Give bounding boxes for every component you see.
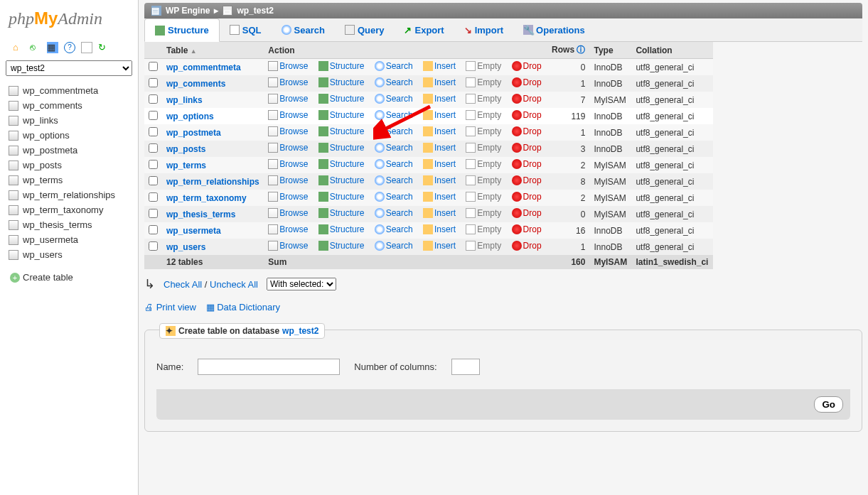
row-checkbox[interactable] [149, 176, 158, 185]
drop-link[interactable]: Drop [512, 159, 542, 169]
structure-link[interactable]: Structure [318, 159, 365, 169]
search-link[interactable]: Search [375, 126, 413, 136]
sidebar-table-item[interactable]: wp_posts [6, 158, 132, 173]
tab-operations[interactable]: 🔧Operations [513, 18, 595, 41]
row-checkbox[interactable] [149, 209, 158, 218]
tab-sql[interactable]: SQL [220, 18, 272, 41]
columns-input[interactable] [451, 359, 480, 375]
browse-link[interactable]: Browse [268, 126, 308, 136]
browse-link[interactable]: Browse [268, 224, 308, 234]
home-icon[interactable]: ⌂ [13, 42, 24, 53]
sidebar-table-item[interactable]: wp_term_taxonomy [6, 202, 132, 217]
search-link[interactable]: Search [375, 159, 413, 169]
structure-link[interactable]: Structure [318, 175, 365, 185]
drop-link[interactable]: Drop [512, 208, 542, 218]
browse-link[interactable]: Browse [268, 241, 308, 251]
search-link[interactable]: Search [375, 143, 413, 153]
table-name-link[interactable]: wp_comments [166, 79, 225, 89]
col-rows[interactable]: Rows ⓘ [547, 42, 590, 59]
breadcrumb-db[interactable]: wp_test2 [237, 6, 273, 16]
table-name-link[interactable]: wp_term_relationships [166, 177, 259, 187]
empty-link[interactable]: Empty [466, 126, 501, 136]
row-checkbox[interactable] [149, 192, 158, 202]
insert-link[interactable]: Insert [423, 159, 456, 169]
row-checkbox[interactable] [149, 241, 158, 251]
table-name-link[interactable]: wp_thesis_terms [166, 210, 235, 219]
table-name-link[interactable]: wp_terms [166, 161, 206, 170]
refresh-icon[interactable]: ↻ [98, 42, 109, 53]
empty-link[interactable]: Empty [466, 143, 501, 153]
drop-link[interactable]: Drop [512, 126, 542, 136]
browse-link[interactable]: Browse [268, 208, 308, 218]
empty-link[interactable]: Empty [466, 175, 501, 185]
col-collation[interactable]: Collation [631, 42, 713, 59]
drop-link[interactable]: Drop [512, 192, 542, 202]
structure-link[interactable]: Structure [318, 208, 365, 218]
drop-link[interactable]: Drop [512, 110, 542, 120]
table-name-link[interactable]: wp_posts [166, 144, 205, 154]
structure-link[interactable]: Structure [318, 192, 365, 202]
go-button[interactable]: Go [814, 396, 843, 413]
search-link[interactable]: Search [375, 61, 413, 71]
table-name-link[interactable]: wp_users [166, 242, 205, 252]
print-view-link[interactable]: 🖨 Print view [144, 302, 196, 312]
sidebar-table-item[interactable]: wp_thesis_terms [6, 217, 132, 232]
insert-link[interactable]: Insert [423, 61, 456, 71]
empty-link[interactable]: Empty [466, 77, 501, 87]
drop-link[interactable]: Drop [512, 241, 542, 251]
empty-link[interactable]: Empty [466, 110, 501, 120]
row-checkbox[interactable] [149, 111, 158, 120]
drop-link[interactable]: Drop [512, 77, 542, 87]
row-checkbox[interactable] [149, 62, 158, 71]
tab-query[interactable]: Query [335, 18, 395, 41]
structure-link[interactable]: Structure [318, 241, 365, 251]
structure-link[interactable]: Structure [318, 110, 365, 120]
insert-link[interactable]: Insert [423, 224, 456, 234]
insert-link[interactable]: Insert [423, 208, 456, 218]
table-name-input[interactable] [198, 359, 340, 375]
row-checkbox[interactable] [149, 94, 158, 104]
table-name-link[interactable]: wp_links [166, 95, 203, 105]
insert-link[interactable]: Insert [423, 126, 456, 136]
search-link[interactable]: Search [375, 94, 413, 104]
tab-search[interactable]: Search [272, 18, 335, 41]
breadcrumb-server[interactable]: WP Engine [166, 6, 210, 16]
database-select[interactable]: wp_test2 [6, 60, 132, 76]
row-checkbox[interactable] [149, 143, 158, 153]
insert-link[interactable]: Insert [423, 94, 456, 104]
uncheck-all-link[interactable]: Uncheck All [210, 279, 258, 290]
structure-link[interactable]: Structure [318, 94, 365, 104]
create-table-button[interactable]: + Create table [6, 271, 132, 284]
with-selected-select[interactable]: With selected: [267, 278, 336, 290]
structure-link[interactable]: Structure [318, 224, 365, 234]
logout-icon[interactable]: ⎋ [30, 42, 41, 53]
browse-link[interactable]: Browse [268, 159, 308, 169]
empty-link[interactable]: Empty [466, 208, 501, 218]
insert-link[interactable]: Insert [423, 175, 456, 185]
data-dictionary-link[interactable]: ▦ Data Dictionary [206, 302, 281, 312]
table-name-link[interactable]: wp_usermeta [166, 226, 221, 236]
insert-link[interactable]: Insert [423, 143, 456, 153]
search-link[interactable]: Search [375, 208, 413, 218]
empty-link[interactable]: Empty [466, 94, 501, 104]
insert-link[interactable]: Insert [423, 110, 456, 120]
drop-link[interactable]: Drop [512, 94, 542, 104]
help-icon[interactable]: ? [64, 42, 75, 53]
search-link[interactable]: Search [375, 241, 413, 251]
browse-link[interactable]: Browse [268, 192, 308, 202]
empty-link[interactable]: Empty [466, 224, 501, 234]
tab-import[interactable]: ↘Import [454, 18, 513, 41]
drop-link[interactable]: Drop [512, 143, 542, 153]
docs-icon[interactable] [81, 42, 92, 53]
sidebar-table-item[interactable]: wp_options [6, 128, 132, 143]
structure-link[interactable]: Structure [318, 61, 365, 71]
row-checkbox[interactable] [149, 127, 158, 136]
col-type[interactable]: Type [589, 42, 631, 59]
drop-link[interactable]: Drop [512, 61, 542, 71]
browse-link[interactable]: Browse [268, 175, 308, 185]
search-link[interactable]: Search [375, 110, 413, 120]
insert-link[interactable]: Insert [423, 192, 456, 202]
col-table[interactable]: Table ▲ [162, 42, 264, 59]
empty-link[interactable]: Empty [466, 159, 501, 169]
empty-link[interactable]: Empty [466, 192, 501, 202]
